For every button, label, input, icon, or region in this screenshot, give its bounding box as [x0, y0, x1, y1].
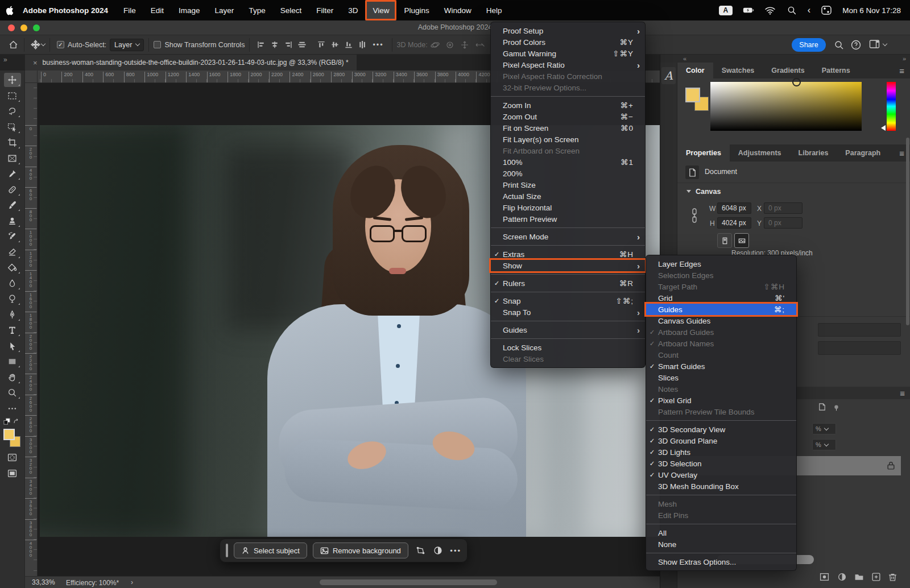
menubar-item[interactable]: File — [116, 0, 143, 20]
lock-position-icon[interactable] — [818, 403, 826, 413]
menu-item[interactable]: Guides ⌘; — [646, 304, 796, 315]
app-name[interactable]: Adobe Photoshop 2024 — [19, 6, 116, 15]
properties-extra-field[interactable] — [818, 341, 901, 355]
menu-item[interactable]: All — [646, 527, 796, 539]
menu-item[interactable]: Mesh — [646, 498, 796, 510]
menu-item[interactable]: Pixel Aspect Ratio — [491, 59, 645, 71]
menubar-item[interactable]: Plugins — [396, 0, 436, 20]
menu-item[interactable]: Pixel Grid — [646, 395, 796, 406]
collapse-dock-icon[interactable]: « — [683, 55, 686, 62]
menu-item[interactable]: 3D Selection — [646, 458, 796, 469]
align-middle-vertical-icon[interactable] — [330, 40, 340, 49]
search-icon[interactable] — [834, 40, 844, 52]
saturation-brightness-field[interactable] — [710, 82, 862, 131]
home-button[interactable] — [7, 40, 19, 49]
menubar-item[interactable]: 3D — [341, 0, 365, 20]
brush-tool[interactable] — [4, 198, 21, 212]
adjustment-layer-icon[interactable] — [837, 572, 847, 584]
menu-item[interactable]: 200% — [491, 168, 645, 179]
help-icon[interactable] — [851, 40, 861, 52]
menu-item[interactable]: Proof Colors ⌘Y — [491, 36, 645, 48]
vertical-ruler[interactable]: 02 0 04 0 06 0 08 0 01 0 0 01 2 0 01 4 0… — [25, 83, 38, 576]
path-selection-tool[interactable] — [4, 339, 21, 353]
panel-tab[interactable]: Swatches — [713, 63, 763, 78]
type-panel-icon[interactable]: A — [661, 67, 676, 84]
menu-item[interactable]: Clear Slices — [491, 353, 645, 365]
rectangle-tool[interactable] — [4, 354, 21, 368]
menubar-item[interactable]: Window — [437, 0, 479, 20]
object-selection-tool[interactable] — [4, 120, 21, 134]
color-panel-menu-icon[interactable]: ≡ — [899, 66, 904, 76]
distribute-horizontal-icon[interactable] — [297, 40, 307, 49]
lock-all-icon[interactable] — [832, 404, 841, 415]
menu-item[interactable]: Lock Slices — [491, 342, 645, 353]
history-brush-tool[interactable] — [4, 229, 21, 243]
notch-chevron-icon[interactable]: ‹ — [808, 5, 810, 15]
menu-item[interactable]: Smart Guides — [646, 361, 796, 372]
expand-dock-icon[interactable]: » — [903, 55, 906, 62]
more-options-icon[interactable]: ••• — [450, 546, 461, 555]
crop-tool[interactable] — [4, 135, 21, 150]
menu-item[interactable]: Fit Artboard on Screen — [491, 145, 645, 156]
fill-field[interactable]: % — [812, 439, 836, 450]
menu-item[interactable]: 32-bit Preview Options... — [491, 82, 645, 93]
efficiency-indicator[interactable]: Efficiency: 100%* — [66, 579, 119, 587]
collapse-panels-icon[interactable]: » — [0, 55, 25, 71]
blur-tool[interactable] — [4, 276, 21, 291]
spotlight-search-icon[interactable] — [786, 6, 797, 15]
menu-item[interactable]: Grid ⌘' — [646, 292, 796, 304]
eyedropper-tool[interactable] — [4, 167, 21, 181]
menu-item[interactable]: 3D Ground Plane — [646, 435, 796, 446]
panel-tab[interactable]: Paragraph — [837, 144, 889, 162]
wifi-icon[interactable] — [764, 6, 776, 15]
menubar-item[interactable]: Edit — [143, 0, 171, 20]
align-top-icon[interactable] — [316, 40, 326, 49]
auto-select-dropdown[interactable]: Layer — [110, 39, 144, 51]
document-tab[interactable]: × business-woman-standing-outside-the-of… — [25, 55, 357, 71]
hue-slider[interactable] — [887, 82, 896, 131]
close-tab-icon[interactable]: × — [33, 59, 38, 67]
menu-item[interactable]: Artboard Names — [646, 338, 796, 349]
quick-mask-mode-button[interactable] — [4, 450, 21, 465]
menu-item[interactable]: Pixel Aspect Ratio Correction — [491, 71, 645, 82]
align-bottom-icon[interactable] — [344, 40, 354, 49]
taskbar-drag-handle[interactable] — [226, 544, 228, 557]
align-right-icon[interactable] — [283, 40, 293, 49]
menu-item[interactable]: Slices — [646, 372, 796, 383]
menu-item[interactable]: None — [646, 539, 796, 550]
menu-item[interactable]: Count — [646, 349, 796, 361]
menubar-item[interactable]: Layer — [208, 0, 242, 20]
menu-item[interactable]: Canvas Guides — [646, 315, 796, 326]
properties-panel-menu-icon[interactable]: ≡ — [899, 148, 904, 158]
panel-tab[interactable]: Libraries — [790, 144, 837, 162]
menu-item[interactable]: 3D Secondary View — [646, 424, 796, 435]
panel-tab[interactable]: Gradients — [763, 63, 813, 78]
menu-item[interactable]: Print Size — [491, 179, 645, 191]
gradient-tool[interactable] — [4, 260, 21, 275]
delete-layer-icon[interactable] — [888, 572, 897, 584]
menu-item[interactable]: Extras ⌘H — [491, 249, 645, 260]
edit-toolbar-button[interactable] — [4, 401, 21, 416]
menu-item[interactable]: 3D Mesh Bounding Box — [646, 481, 796, 492]
opacity-field[interactable]: % — [812, 423, 836, 434]
new-layer-icon[interactable] — [871, 572, 881, 584]
menu-item[interactable]: 100% ⌘1 — [491, 156, 645, 168]
menu-item[interactable]: Fit Layer(s) on Screen — [491, 134, 645, 145]
width-field[interactable]: 6048 px — [717, 202, 751, 214]
menu-item[interactable]: Rulers ⌘R — [491, 278, 645, 289]
landscape-orientation-button[interactable] — [734, 233, 749, 248]
layers-panel-menu-icon[interactable]: ≡ — [900, 388, 905, 398]
menu-item[interactable]: Actual Size — [491, 191, 645, 202]
menu-item[interactable]: Target Path ⇧⌘H — [646, 281, 796, 292]
menubar-clock[interactable]: Mon 6 Nov 17:28 — [842, 6, 901, 15]
link-dimensions-icon[interactable] — [691, 208, 698, 225]
move-tool[interactable] — [4, 73, 21, 87]
zoom-tool[interactable] — [4, 386, 21, 400]
rectangular-marquee-tool[interactable] — [4, 89, 21, 103]
apple-icon[interactable] — [0, 6, 19, 15]
menu-item[interactable]: Flip Horizontal — [491, 202, 645, 213]
menubar-item[interactable]: Filter — [309, 0, 341, 20]
menu-item[interactable]: Pattern Preview Tile Bounds — [646, 406, 796, 417]
move-tool-preset-icon[interactable] — [29, 40, 42, 49]
input-source-icon[interactable]: A — [719, 6, 733, 15]
